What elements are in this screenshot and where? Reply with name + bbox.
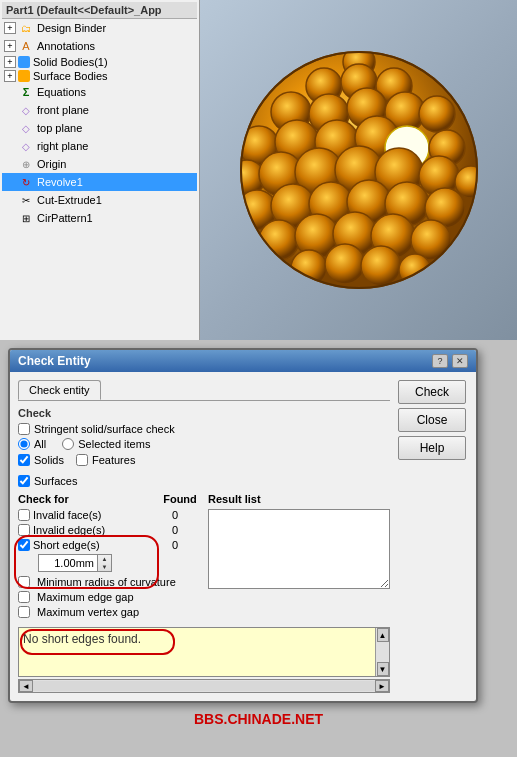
- tree-item-design-binder[interactable]: + 🗂 Design Binder: [2, 19, 197, 37]
- check-for-header: Check for Found: [18, 493, 200, 505]
- scroll-right-btn[interactable]: ►: [375, 680, 389, 692]
- check-for-label: Check for: [18, 493, 160, 505]
- tree-item-top-plane[interactable]: ◇ top plane: [2, 119, 197, 137]
- selected-items-label: Selected items: [78, 438, 150, 450]
- all-radio[interactable]: [18, 438, 30, 450]
- tree-item-cut-extrude1[interactable]: ✂ Cut-Extrude1: [2, 191, 197, 209]
- tree-label: CirPattern1: [37, 212, 93, 224]
- check-section-label: Check: [18, 407, 390, 419]
- min-radius-label: Minimum radius of curvature: [37, 576, 176, 588]
- expand-icon[interactable]: +: [4, 40, 16, 52]
- tree-label: right plane: [37, 140, 88, 152]
- h-scroll-track[interactable]: [33, 681, 375, 691]
- tree-item-cir-pattern1[interactable]: ⊞ CirPattern1: [2, 209, 197, 227]
- dialog-action-buttons: Check Close Help: [398, 380, 468, 693]
- invalid-face-row: Invalid face(s) 0: [18, 509, 200, 521]
- short-edge-checkbox[interactable]: [18, 539, 30, 551]
- watermark: BBS.CHINADE.NET: [8, 711, 509, 727]
- invalid-edge-checkbox[interactable]: [18, 524, 30, 536]
- tree-label: Surface Bodies: [33, 70, 108, 82]
- svg-point-37: [361, 246, 401, 286]
- cut-icon: ✂: [18, 192, 34, 208]
- selected-items-radio[interactable]: [62, 438, 74, 450]
- surface-icon: [18, 70, 30, 82]
- max-vertex-gap-label: Maximum vertex gap: [37, 606, 139, 618]
- equation-icon: Σ: [18, 84, 34, 100]
- min-radius-row: Minimum radius of curvature: [18, 576, 200, 588]
- tree-item-origin[interactable]: ⊕ Origin: [2, 155, 197, 173]
- svg-point-23: [455, 166, 487, 198]
- short-edge-input[interactable]: [38, 554, 98, 572]
- features-checkbox[interactable]: [76, 454, 88, 466]
- tree-label: Annotations: [37, 40, 95, 52]
- min-radius-checkbox[interactable]: [18, 576, 30, 588]
- tree-item-annotations[interactable]: + A Annotations: [2, 37, 197, 55]
- expand-icon[interactable]: +: [4, 22, 16, 34]
- 3d-viewport[interactable]: [200, 0, 517, 340]
- features-label: Features: [92, 454, 135, 466]
- tree-item-surface-bodies[interactable]: + Surface Bodies: [2, 69, 197, 83]
- type-checkbox-group: Solids Features: [18, 454, 390, 469]
- pattern-icon: ⊞: [18, 210, 34, 226]
- tree-item-equations[interactable]: Σ Equations: [2, 83, 197, 101]
- max-vertex-gap-row: Maximum vertex gap: [18, 606, 200, 618]
- bottom-scrollbar: ◄ ►: [18, 679, 390, 693]
- expand-icon[interactable]: +: [4, 56, 16, 68]
- close-button[interactable]: Close: [398, 408, 466, 432]
- dialog-body: Check entity Check Stringent solid/surfa…: [10, 372, 476, 701]
- dialog-left-panel: Check entity Check Stringent solid/surfa…: [18, 380, 390, 693]
- plane-icon: ◇: [18, 138, 34, 154]
- solids-checkbox[interactable]: [18, 454, 30, 466]
- tree-label: Cut-Extrude1: [37, 194, 102, 206]
- short-edge-value: 0: [150, 539, 200, 551]
- dialog-help-btn[interactable]: ?: [432, 354, 448, 368]
- tree-item-revolve1[interactable]: ↻ Revolve1: [2, 173, 197, 191]
- short-edge-row: Short edge(s) 0: [18, 539, 200, 551]
- all-radio-row: All: [18, 438, 46, 450]
- max-edge-gap-label: Maximum edge gap: [37, 591, 134, 603]
- dialog-close-btn[interactable]: ✕: [452, 354, 468, 368]
- scope-radio-group: All Selected items: [18, 438, 390, 450]
- scroll-left-btn[interactable]: ◄: [19, 680, 33, 692]
- invalid-face-label: Invalid face(s): [33, 509, 150, 521]
- tab-bar: Check entity: [18, 380, 390, 401]
- result-section: Check for Found Invalid face(s) 0: [18, 493, 390, 621]
- solids-label: Solids: [34, 454, 64, 466]
- status-area: No short edges found. ▲ ▼ ◄ ►: [18, 627, 390, 693]
- tree-label: Equations: [37, 86, 86, 98]
- check-for-col: Check for Found Invalid face(s) 0: [18, 493, 200, 621]
- expand-icon[interactable]: +: [4, 70, 16, 82]
- scroll-up-btn[interactable]: ▲: [377, 628, 389, 642]
- tree-item-front-plane[interactable]: ◇ front plane: [2, 101, 197, 119]
- invalid-face-value: 0: [150, 509, 200, 521]
- surfaces-checkbox[interactable]: [18, 475, 30, 487]
- tree-item-right-plane[interactable]: ◇ right plane: [2, 137, 197, 155]
- help-button[interactable]: Help: [398, 436, 466, 460]
- dialog-title: Check Entity: [18, 354, 91, 368]
- result-list-col: Result list: [208, 493, 390, 621]
- stringent-check-checkbox[interactable]: [18, 423, 30, 435]
- tree-label: Solid Bodies(1): [33, 56, 108, 68]
- max-vertex-gap-checkbox[interactable]: [18, 606, 30, 618]
- svg-point-10: [419, 96, 455, 132]
- check-button[interactable]: Check: [398, 380, 466, 404]
- status-scrollbar: ▲ ▼: [375, 628, 389, 676]
- solid-icon: [18, 56, 30, 68]
- plane-icon: ◇: [18, 120, 34, 136]
- surfaces-row: Surfaces: [18, 475, 390, 487]
- short-edge-spinner[interactable]: ▲ ▼: [98, 554, 112, 572]
- check-entity-dialog: Check Entity ? ✕ Check entity Check Stri…: [8, 348, 478, 703]
- invalid-face-checkbox[interactable]: [18, 509, 30, 521]
- max-edge-gap-checkbox[interactable]: [18, 591, 30, 603]
- svg-point-35: [291, 250, 327, 286]
- scroll-down-btn[interactable]: ▼: [377, 662, 389, 676]
- result-list-box[interactable]: [208, 509, 390, 589]
- dialog-controls: ? ✕: [432, 354, 468, 368]
- max-edge-gap-row: Maximum edge gap: [18, 591, 200, 603]
- tab-check-entity[interactable]: Check entity: [18, 380, 101, 400]
- tree-item-solid-bodies[interactable]: + Solid Bodies(1): [2, 55, 197, 69]
- svg-point-38: [399, 254, 431, 286]
- sphere-render: [229, 40, 489, 300]
- svg-point-36: [325, 244, 365, 284]
- annotation-icon: A: [18, 38, 34, 54]
